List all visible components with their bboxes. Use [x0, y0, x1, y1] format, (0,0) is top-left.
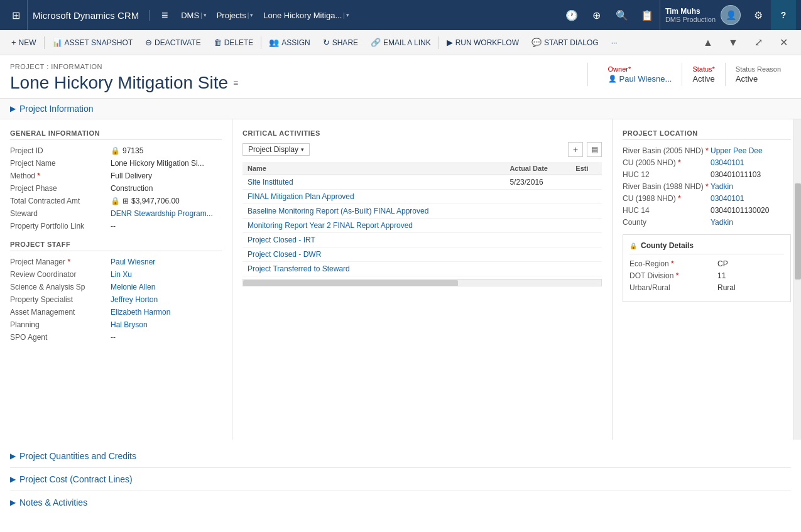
notes-title: Notes & Activities [19, 497, 87, 508]
section-notes[interactable]: ▶ Notes & Activities [10, 491, 791, 514]
toolbar-expand-icon[interactable]: ⤢ [746, 28, 771, 58]
assign-icon: 👥 [269, 38, 279, 47]
activity-name-cell[interactable]: Project Closed - IRT [242, 233, 504, 247]
hamburger-icon[interactable]: ≡ [155, 0, 175, 30]
county-details-box: 🔒 County Details Eco-Region * CP DOT Div… [623, 234, 791, 302]
activity-name-cell[interactable]: Site Instituted [242, 175, 504, 190]
toolbar-sep2 [261, 36, 261, 49]
field-planning: Planning Hal Bryson [10, 320, 222, 329]
assign-label: ASSIGN [281, 38, 310, 47]
loc-river-basin-1988-label: River Basin (1988 NHD) * [623, 182, 711, 191]
status-reason-value: Active [736, 74, 781, 84]
activity-est-cell [570, 175, 602, 190]
loc-river-basin-1988: River Basin (1988 NHD) * Yadkin [623, 182, 791, 191]
field-spo-agent: SPO Agent -- [10, 333, 222, 342]
field-asset-mgmt-label: Asset Management [10, 308, 111, 317]
deactivate-label: DEACTIVATE [155, 38, 201, 47]
delete-icon: 🗑 [214, 38, 222, 47]
breadcrumb-nav: DMS | ▾ Projects | ▾ Lone Hickory Mitiga… [177, 0, 559, 30]
user-menu[interactable]: Tim Muhs DMS Production 👤 [660, 0, 746, 30]
section-expand-arrow: ▶ [10, 104, 16, 113]
activity-date-cell [504, 247, 570, 262]
county-details-lock-icon: 🔒 [629, 242, 637, 249]
new-button[interactable]: + NEW [5, 30, 43, 55]
field-project-name-value: Lone Hickory Mitigation Si... [111, 159, 222, 168]
start-dialog-button[interactable]: 💬 START DIALOG [525, 30, 605, 55]
activities-scrollbar-area[interactable] [242, 279, 602, 286]
email-link-button[interactable]: 🔗 EMAIL A LINK [364, 30, 437, 55]
status-label: Status* [692, 65, 714, 73]
field-asset-mgmt-value[interactable]: Elizabeth Harmon [111, 308, 222, 317]
recent-records-icon[interactable]: 🕐 [559, 0, 584, 30]
search-icon[interactable]: 🔍 [609, 0, 635, 30]
notes-icon[interactable]: 📋 [635, 0, 660, 30]
view-activity-button[interactable]: ▤ [587, 142, 602, 157]
more-button[interactable]: ··· [605, 30, 624, 55]
add-record-icon[interactable]: ⊕ [584, 0, 609, 30]
activity-est-cell [570, 204, 602, 219]
loc-river-basin-2005-value[interactable]: Upper Pee Dee [711, 146, 791, 155]
activity-name-cell[interactable]: FINAL Mitigation Plan Approved [242, 190, 504, 204]
page-title-menu-icon[interactable]: ≡ [233, 78, 238, 88]
toolbar-close-icon[interactable]: ✕ [771, 28, 796, 58]
grid-icon[interactable]: ⊞ [5, 0, 28, 30]
col-estimated: Esti [570, 162, 602, 175]
field-planning-value[interactable]: Hal Bryson [111, 320, 222, 329]
table-row: Project Closed - IRT [242, 233, 602, 247]
breadcrumb-dms[interactable]: DMS | ▾ [177, 0, 210, 30]
quantities-arrow-icon: ▶ [10, 452, 16, 460]
breadcrumb-projects[interactable]: Projects | ▾ [213, 0, 258, 30]
field-planning-label: Planning [10, 320, 111, 329]
project-location-title: PROJECT LOCATION [623, 129, 791, 140]
status-value: Active [692, 74, 714, 84]
activities-controls-row: Project Display ▾ + ▤ [242, 142, 602, 157]
delete-button[interactable]: 🗑 DELETE [207, 30, 260, 55]
loc-dot-division-value: 11 [717, 271, 784, 280]
activity-name-cell[interactable]: Project Transferred to Steward [242, 262, 504, 276]
right-scrollbar[interactable] [793, 119, 801, 440]
loc-cu-1988-value[interactable]: 03040101 [711, 194, 791, 203]
share-button[interactable]: ↻ SHARE [317, 30, 364, 55]
field-steward-value[interactable]: DENR Stewardship Program... [111, 209, 222, 218]
owner-value[interactable]: 👤 Paul Wiesne... [608, 74, 672, 84]
owner-field: Owner* 👤 Paul Wiesne... [598, 63, 683, 86]
content-area: ▶ Project Information GENERAL INFORMATIO… [0, 99, 801, 519]
loc-county-value[interactable]: Yadkin [711, 218, 791, 227]
toolbar-sep1 [44, 36, 45, 49]
breadcrumb-dms-chevron: ▾ [204, 12, 207, 18]
section-cost[interactable]: ▶ Project Cost (Contract Lines) [10, 467, 791, 491]
settings-icon[interactable]: ⚙ [746, 0, 771, 30]
page-title-text: Lone Hickory Mitigation Site [10, 73, 228, 93]
activity-name-cell[interactable]: Project Closed - DWR [242, 247, 504, 262]
field-pm-value[interactable]: Paul Wiesner [111, 258, 222, 266]
project-display-label: Project Display [248, 145, 298, 154]
toolbar-up-icon[interactable]: ▲ [695, 28, 721, 58]
help-icon[interactable]: ? [771, 0, 796, 30]
loc-river-basin-1988-value[interactable]: Yadkin [711, 182, 791, 191]
activity-name-cell[interactable]: Monitoring Report Year 2 FINAL Report Ap… [242, 219, 504, 233]
project-display-dropdown[interactable]: Project Display ▾ [242, 143, 310, 156]
col-name: Name [242, 162, 504, 175]
project-info-section-header[interactable]: ▶ Project Information [0, 99, 801, 119]
loc-huc12-value: 030401011103 [711, 170, 791, 179]
activity-est-cell [570, 190, 602, 204]
new-icon: + [11, 38, 16, 47]
asset-snapshot-button[interactable]: 📊 ASSET SNAPSHOT [46, 30, 139, 55]
field-science-value[interactable]: Melonie Allen [111, 283, 222, 291]
breadcrumb-record[interactable]: Lone Hickory Mitiga... | ▾ [259, 0, 353, 30]
start-dialog-label: START DIALOG [544, 38, 599, 47]
section-title: Project Information [19, 104, 94, 114]
field-review-coord-value[interactable]: Lin Xu [111, 270, 222, 279]
assign-button[interactable]: 👥 ASSIGN [263, 30, 316, 55]
loc-urban-rural-label: Urban/Rural [629, 283, 717, 292]
toolbar-down-icon[interactable]: ▼ [721, 28, 746, 58]
run-workflow-button[interactable]: ▶ RUN WORKFLOW [440, 30, 525, 55]
field-property-specialist-value[interactable]: Jeffrey Horton [111, 295, 222, 304]
page-header-right: Owner* 👤 Paul Wiesne... Status* Active S… [587, 63, 791, 86]
status-field: Status* Active [682, 63, 725, 86]
activity-name-cell[interactable]: Baseline Monitoring Report (As-Built) FI… [242, 204, 504, 219]
add-activity-button[interactable]: + [568, 142, 583, 157]
deactivate-button[interactable]: ⊖ DEACTIVATE [139, 30, 207, 55]
section-quantities[interactable]: ▶ Project Quantities and Credits [10, 445, 791, 467]
loc-cu-2005-value[interactable]: 03040101 [711, 158, 791, 167]
